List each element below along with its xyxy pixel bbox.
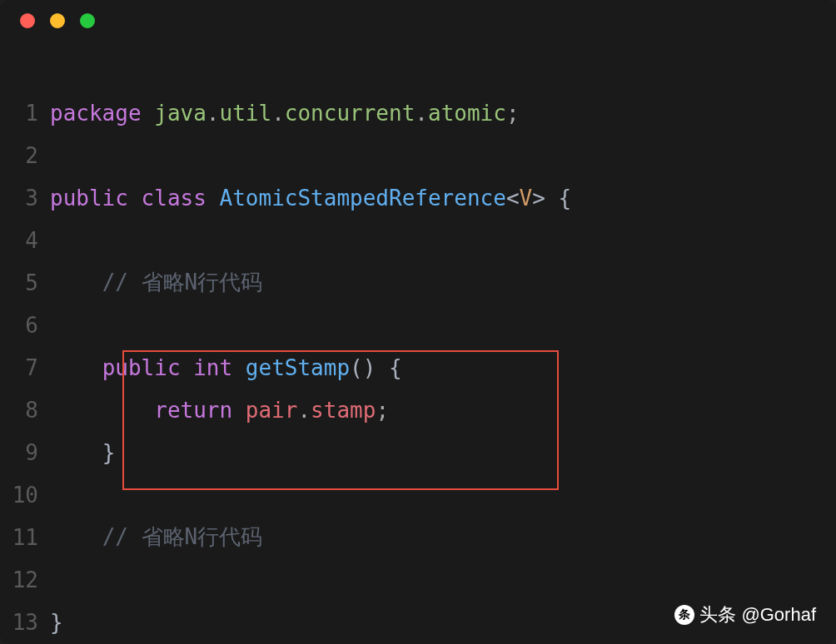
code-token: < xyxy=(506,186,520,211)
code-line: 6 xyxy=(8,304,828,346)
code-content[interactable]: // 省略N行代码 xyxy=(50,523,262,552)
code-content[interactable]: public int getStamp() { xyxy=(50,355,402,380)
line-number: 11 xyxy=(8,525,50,550)
code-token: atomic xyxy=(428,101,506,126)
code-token xyxy=(232,398,246,423)
code-token: () xyxy=(350,355,376,380)
code-token: package xyxy=(50,101,142,126)
watermark: 条 头条 @Gorhaf xyxy=(674,602,816,627)
code-token: // 省略N行代码 xyxy=(102,524,263,549)
watermark-handle: @Gorhaf xyxy=(741,604,816,626)
code-token xyxy=(232,355,246,380)
code-token: java xyxy=(154,101,207,126)
line-number: 9 xyxy=(8,440,50,465)
code-token: public xyxy=(102,355,181,380)
code-token: V xyxy=(520,186,533,211)
line-number: 1 xyxy=(8,101,50,126)
window-titlebar xyxy=(0,0,836,42)
code-line: 12 xyxy=(8,558,828,601)
code-token: { xyxy=(559,186,572,211)
line-number: 3 xyxy=(8,186,50,211)
line-number: 12 xyxy=(8,567,50,592)
code-token xyxy=(181,355,194,380)
line-number: 2 xyxy=(8,143,50,168)
code-token: { xyxy=(389,355,402,380)
line-number: 6 xyxy=(8,313,50,338)
code-line: 9 } xyxy=(8,431,828,473)
code-token: util xyxy=(220,101,272,126)
line-number: 5 xyxy=(8,270,50,295)
code-token: } xyxy=(50,610,63,635)
code-line: 3public class AtomicStampedReference<V> … xyxy=(8,176,828,219)
code-token: return xyxy=(154,398,232,423)
code-token xyxy=(376,355,389,380)
code-token: ; xyxy=(376,398,389,423)
code-line: 5 // 省略N行代码 xyxy=(8,261,828,304)
code-editor-window: 1package java.util.concurrent.atomic;23p… xyxy=(0,0,836,644)
line-number: 10 xyxy=(8,483,50,508)
code-token: pair xyxy=(246,398,298,423)
line-number: 4 xyxy=(8,228,50,253)
code-line: 11 // 省略N行代码 xyxy=(8,516,828,558)
watermark-source: 头条 xyxy=(699,602,736,627)
code-token xyxy=(50,440,102,465)
code-token: . xyxy=(207,101,220,126)
code-token xyxy=(128,186,142,211)
code-token: ; xyxy=(506,101,520,126)
code-editor[interactable]: 1package java.util.concurrent.atomic;23p… xyxy=(0,42,836,644)
code-line: 8 return pair.stamp; xyxy=(8,389,828,431)
code-line: 4 xyxy=(8,219,828,261)
code-line: 2 xyxy=(8,134,828,176)
line-number: 13 xyxy=(8,610,50,635)
code-token xyxy=(50,355,102,380)
code-token: getStamp xyxy=(246,355,350,380)
watermark-icon: 条 xyxy=(674,605,694,625)
code-token: . xyxy=(271,101,285,126)
code-token: class xyxy=(142,186,207,211)
code-token: int xyxy=(193,355,232,380)
code-content[interactable]: } xyxy=(50,440,115,465)
code-token xyxy=(207,186,220,211)
code-content[interactable]: // 省略N行代码 xyxy=(50,268,262,297)
code-content[interactable]: public class AtomicStampedReference<V> { xyxy=(50,186,571,211)
code-content[interactable]: package java.util.concurrent.atomic; xyxy=(50,101,520,126)
code-token xyxy=(50,270,102,295)
code-token: > xyxy=(532,186,545,211)
code-content[interactable]: return pair.stamp; xyxy=(50,398,389,423)
code-content[interactable]: } xyxy=(50,610,63,635)
minimize-icon[interactable] xyxy=(50,13,65,28)
code-token: stamp xyxy=(311,398,376,423)
code-token xyxy=(545,186,559,211)
close-icon[interactable] xyxy=(20,13,35,28)
code-token: public xyxy=(50,186,128,211)
code-token: AtomicStampedReference xyxy=(220,186,506,211)
code-token: concurrent xyxy=(285,101,416,126)
code-token: } xyxy=(102,440,116,465)
code-token xyxy=(142,101,155,126)
code-token: . xyxy=(297,398,311,423)
code-line: 7 public int getStamp() { xyxy=(8,346,828,389)
code-token xyxy=(50,524,102,549)
code-token xyxy=(50,398,154,423)
maximize-icon[interactable] xyxy=(80,13,95,28)
line-number: 7 xyxy=(8,355,50,380)
code-token: // 省略N行代码 xyxy=(102,270,263,295)
code-line: 1package java.util.concurrent.atomic; xyxy=(8,92,828,134)
line-number: 8 xyxy=(8,398,50,423)
code-token: . xyxy=(415,101,428,126)
code-line: 10 xyxy=(8,473,828,516)
